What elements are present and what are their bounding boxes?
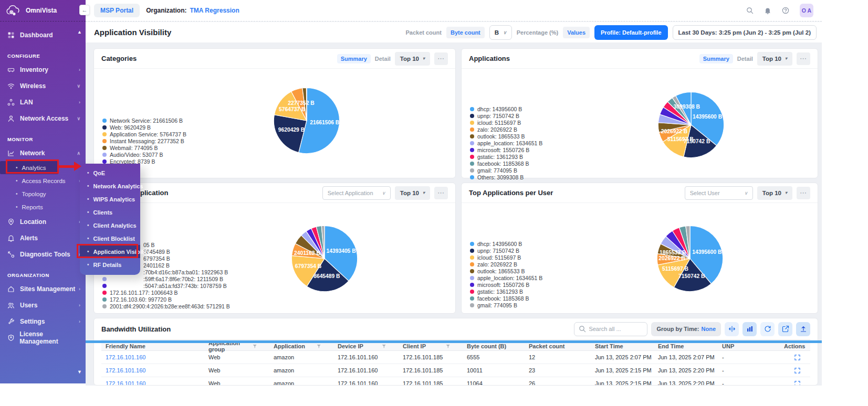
unit-dropdown[interactable]: B ∨ <box>489 25 512 40</box>
refresh-icon[interactable] <box>760 322 775 336</box>
upload-icon[interactable] <box>796 322 810 336</box>
flyout-item-network-analytics[interactable]: •Network Analytics <box>80 179 140 193</box>
flyout-item-rf-details[interactable]: •RF Details <box>80 258 140 271</box>
applications-more-menu-button[interactable]: ⋯ <box>797 52 810 65</box>
top-users-more-menu-button[interactable]: ⋯ <box>797 187 810 199</box>
sidebar-item-diagnostic-tools[interactable]: Diagnostic Tools› <box>0 246 86 262</box>
top-users-pie-chart[interactable]: 14395600 B7150742 B5115697 B2026922 B186… <box>655 224 725 293</box>
applications-detail-tab[interactable]: Detail <box>737 56 753 62</box>
packet-count-toggle[interactable]: Packet count <box>405 29 441 36</box>
categories-summary-tab[interactable]: Summary <box>337 54 371 63</box>
flyout-item-qoe[interactable]: •QoE <box>80 166 140 179</box>
select-application-dropdown[interactable]: Select Application ∨ <box>322 186 391 200</box>
cell-friendly-name[interactable]: 172.16.101.160 <box>101 380 204 386</box>
column-header-application[interactable]: Application <box>269 343 333 349</box>
flyout-item-wips-analytics[interactable]: •WIPS Analytics <box>80 193 140 206</box>
expand-row-icon[interactable] <box>780 367 810 374</box>
flyout-item-client-analytics[interactable]: •Client Analytics <box>80 219 140 232</box>
cell-application: amazon <box>269 354 333 360</box>
sidebar-subitem-reports[interactable]: •Reports <box>0 200 86 213</box>
inventory-icon <box>7 66 15 73</box>
applications-pie-chart[interactable]: 14395600 B7150742 B5115697 B2026922 B309… <box>656 90 726 159</box>
sidebar-item-network[interactable]: Network∧ <box>0 145 86 161</box>
sidebar-item-inventory[interactable]: Inventory› <box>0 61 86 78</box>
sidebar-item-alerts[interactable]: Alerts <box>0 230 86 246</box>
categories-top-n-dropdown[interactable]: Top 10 ▾ <box>395 52 430 66</box>
filter-icon[interactable] <box>252 344 258 349</box>
filter-icon[interactable] <box>381 344 387 349</box>
column-header-end-time[interactable]: End Time <box>654 343 718 349</box>
date-range-picker[interactable]: Last 30 Days: 3:25 pm (Jun 2) - 3:25 pm … <box>673 25 817 40</box>
export-icon[interactable] <box>778 322 792 336</box>
categories-pie-chart[interactable]: 21661506 B9620429 B5764737 B2277352 B <box>272 86 341 155</box>
dashboard-content: Categories Summary Detail Top 10 ▾ ⋯ Net… <box>86 42 822 386</box>
applications-legend: dhcp: 14395600 Bupnp: 7150742 Bicloud: 5… <box>470 105 542 180</box>
sidebar-item-settings[interactable]: Settings› <box>0 313 86 329</box>
sidebar-subitem-access-records[interactable]: •Access Records› <box>0 174 86 187</box>
legend-item: zalo: 2026922 B <box>470 261 542 268</box>
applications-summary-tab[interactable]: Summary <box>699 54 733 63</box>
cell-friendly-name[interactable]: 172.16.101.160 <box>101 367 204 373</box>
sidebar-subitem-topology[interactable]: •Topology <box>0 187 86 200</box>
legend-item: icloud: 5115697 B <box>470 254 542 261</box>
column-header-packet-count[interactable]: Packet count <box>525 343 591 349</box>
chevron-down-icon: ∨ <box>382 190 385 196</box>
profile-button[interactable]: Profile: Default-profile <box>594 25 668 40</box>
flyout-item-application-visibility[interactable]: •Application Visibility <box>80 245 140 258</box>
cell-application-group: Web <box>204 367 269 373</box>
sidebar-item-users[interactable]: Users› <box>0 297 86 313</box>
values-toggle[interactable]: Values <box>563 27 590 38</box>
organization-link[interactable]: TMA Regression <box>190 7 239 14</box>
top-users-top-n-dropdown[interactable]: Top 10 ▾ <box>757 186 792 200</box>
cell-byte-count-b: 6555 <box>463 354 525 360</box>
column-header-start-time[interactable]: Start Time <box>591 343 654 349</box>
column-header-device-ip[interactable]: Device IP <box>333 343 399 349</box>
sidebar-item-lan[interactable]: LAN› <box>0 94 86 110</box>
nav-scroll-down-icon[interactable]: ▼ <box>77 369 82 375</box>
legend-item: icloud: 5115697 B <box>470 119 542 126</box>
column-header-actions[interactable]: Actions <box>780 343 810 349</box>
table-search[interactable] <box>574 322 647 336</box>
sidebar-item-wireless[interactable]: Wireless∨ <box>0 78 86 94</box>
filter-icon[interactable] <box>445 344 451 349</box>
categories-more-menu-button[interactable]: ⋯ <box>434 52 448 65</box>
top-devices-more-menu-button[interactable]: ⋯ <box>434 187 448 199</box>
column-header-byte-count-b[interactable]: Byte count (B) <box>463 343 525 349</box>
avatar[interactable]: O A <box>800 4 813 17</box>
sidebar-subitem-analytics[interactable]: •Analytics <box>0 161 58 174</box>
flyout-item-client-blocklist[interactable]: •Client Blocklist <box>80 232 140 245</box>
search-input[interactable] <box>589 326 643 332</box>
sidebar-item-license-management[interactable]: License Management <box>0 329 86 346</box>
expand-row-icon[interactable] <box>780 380 810 386</box>
notifications-bell-icon[interactable] <box>764 7 771 14</box>
search-icon[interactable] <box>746 7 754 14</box>
byte-count-toggle[interactable]: Byte count <box>446 27 485 38</box>
columns-icon[interactable] <box>742 322 757 336</box>
sidebar-item-dashboard[interactable]: Dashboard <box>0 27 86 43</box>
sidebar-collapse-button[interactable]: ← <box>79 5 90 15</box>
expand-row-icon[interactable] <box>780 354 810 361</box>
column-header-friendly-name[interactable]: Friendly Name <box>101 343 204 349</box>
msp-portal-button[interactable]: MSP Portal <box>94 4 140 17</box>
caret-down-icon: ▾ <box>785 56 787 61</box>
applications-top-n-dropdown[interactable]: Top 10 ▾ <box>757 52 792 66</box>
sidebar-item-sites-management[interactable]: Sites Management› <box>0 281 86 297</box>
categories-detail-tab[interactable]: Detail <box>375 56 391 62</box>
horizontal-scrollbar[interactable] <box>86 340 822 343</box>
chevron-icon: ∨ <box>77 83 80 89</box>
alerts-icon <box>7 234 15 242</box>
flyout-item-clients[interactable]: •Clients <box>80 206 140 219</box>
select-user-dropdown[interactable]: Select User ∨ <box>685 186 753 200</box>
sidebar-item-network-access[interactable]: Network Access∨ <box>0 110 86 126</box>
percentage-toggle[interactable]: Percentage (%) <box>517 29 558 36</box>
group-by-time-button[interactable]: Group by Time: None <box>651 322 721 336</box>
top-devices-pie-chart[interactable]: 14393405 B8645489 B6797354 B2401162 B <box>290 224 359 293</box>
resize-columns-icon[interactable] <box>725 322 739 336</box>
help-icon[interactable] <box>782 7 789 14</box>
filter-icon[interactable] <box>316 344 322 349</box>
column-header-client-ip[interactable]: Client IP <box>399 343 463 349</box>
cell-friendly-name[interactable]: 172.16.101.160 <box>101 354 204 360</box>
sidebar-item-location[interactable]: Location› <box>0 213 86 230</box>
column-header-unp[interactable]: UNP <box>718 343 780 349</box>
top-devices-top-n-dropdown[interactable]: Top 10 ▾ <box>395 186 430 200</box>
